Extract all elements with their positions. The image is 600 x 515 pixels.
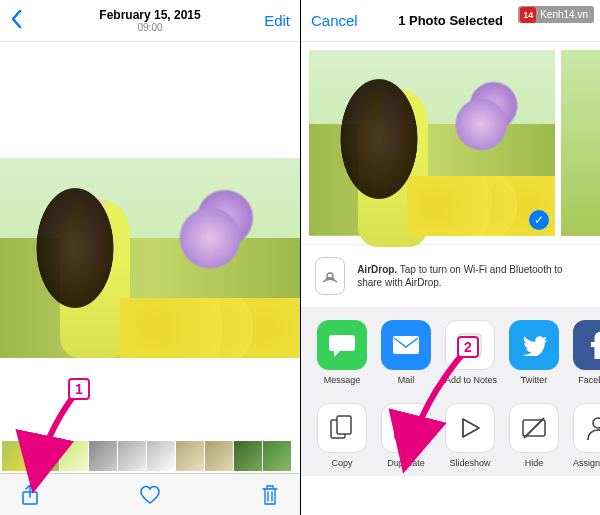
thumbnail[interactable]	[263, 441, 291, 471]
share-button[interactable]	[18, 483, 42, 507]
thumbnail[interactable]	[147, 441, 175, 471]
header-title: February 15, 2015 09:00	[70, 8, 230, 33]
airdrop-row[interactable]: AirDrop. Tap to turn on Wi-Fi and Blueto…	[301, 244, 600, 308]
thumbnail[interactable]	[31, 441, 59, 471]
back-button[interactable]	[10, 9, 70, 32]
action-copy[interactable]: Copy	[317, 403, 367, 468]
cancel-button[interactable]: Cancel	[311, 12, 371, 29]
facebook-icon	[573, 320, 600, 370]
thumbnail[interactable]	[2, 441, 30, 471]
share-apps-row[interactable]: MessageMailAdd to NotesTwitterFacebook	[301, 308, 600, 393]
action-slideshow[interactable]: Slideshow	[445, 403, 495, 468]
photo-date: February 15, 2015	[70, 8, 230, 22]
copy-icon	[317, 403, 367, 453]
photo-header: February 15, 2015 09:00 Edit	[0, 0, 300, 42]
action-label: Duplicate	[381, 458, 431, 468]
thumbnail[interactable]	[118, 441, 146, 471]
share-app-mail[interactable]: Mail	[381, 320, 431, 385]
app-label: Twitter	[509, 375, 559, 385]
main-photo	[0, 158, 300, 358]
trash-icon	[261, 484, 279, 506]
duplicate-icon	[381, 403, 431, 453]
photo-time: 09:00	[70, 22, 230, 33]
share-sheet-screen: Cancel 1 Photo Selected ✓ AirDrop. Tap t…	[300, 0, 600, 515]
share-app-twitter[interactable]: Twitter	[509, 320, 559, 385]
edit-button[interactable]: Edit	[230, 12, 290, 29]
selected-photo[interactable]: ✓	[309, 50, 555, 236]
action-label: Slideshow	[445, 458, 495, 468]
photo-viewer-screen: February 15, 2015 09:00 Edit	[0, 0, 300, 515]
thumbnail[interactable]	[60, 441, 88, 471]
slideshow-icon	[445, 403, 495, 453]
share-icon	[21, 484, 39, 506]
action-assign-to-contact[interactable]: Assign to Contact	[573, 403, 600, 468]
app-label: Message	[317, 375, 367, 385]
thumbnail[interactable]	[234, 441, 262, 471]
photo-canvas[interactable]	[0, 42, 300, 473]
svg-rect-8	[337, 416, 351, 434]
thumbnail[interactable]	[89, 441, 117, 471]
annotation-badge-1: 1	[68, 378, 90, 400]
app-label: Add to Notes	[445, 375, 495, 385]
share-preview-row[interactable]: ✓	[301, 42, 600, 244]
chevron-left-icon	[10, 9, 22, 29]
svg-line-13	[524, 418, 544, 438]
message-icon	[317, 320, 367, 370]
selection-count: 1 Photo Selected	[371, 13, 530, 28]
app-label: Mail	[381, 375, 431, 385]
mail-icon	[381, 320, 431, 370]
share-app-message[interactable]: Message	[317, 320, 367, 385]
airdrop-icon	[315, 257, 345, 295]
delete-button[interactable]	[258, 483, 282, 507]
app-label: Facebook	[573, 375, 600, 385]
actions-row[interactable]: CopyDuplicateSlideshowHideAssign to Cont…	[301, 393, 600, 476]
assign-to-contact-icon	[573, 403, 600, 453]
hide-icon	[509, 403, 559, 453]
svg-rect-2	[393, 336, 419, 354]
heart-icon	[139, 485, 161, 505]
action-hide[interactable]: Hide	[509, 403, 559, 468]
next-photo-peek[interactable]	[561, 50, 600, 236]
action-label: Hide	[509, 458, 559, 468]
thumbnail[interactable]	[205, 441, 233, 471]
twitter-icon	[509, 320, 559, 370]
share-app-facebook[interactable]: Facebook	[573, 320, 600, 385]
photo-toolbar	[0, 473, 300, 515]
watermark: Kenh14.vn	[518, 6, 594, 23]
selection-check-icon: ✓	[529, 210, 549, 230]
favorite-button[interactable]	[138, 483, 162, 507]
action-label: Copy	[317, 458, 367, 468]
airdrop-title: AirDrop.	[357, 264, 397, 275]
thumbnail-strip[interactable]	[0, 441, 300, 473]
annotation-badge-2: 2	[457, 336, 479, 358]
airdrop-text: AirDrop. Tap to turn on Wi-Fi and Blueto…	[357, 263, 586, 290]
thumbnail[interactable]	[176, 441, 204, 471]
action-label: Assign to Contact	[573, 458, 600, 468]
svg-point-14	[593, 418, 600, 428]
action-duplicate[interactable]: Duplicate	[381, 403, 431, 468]
